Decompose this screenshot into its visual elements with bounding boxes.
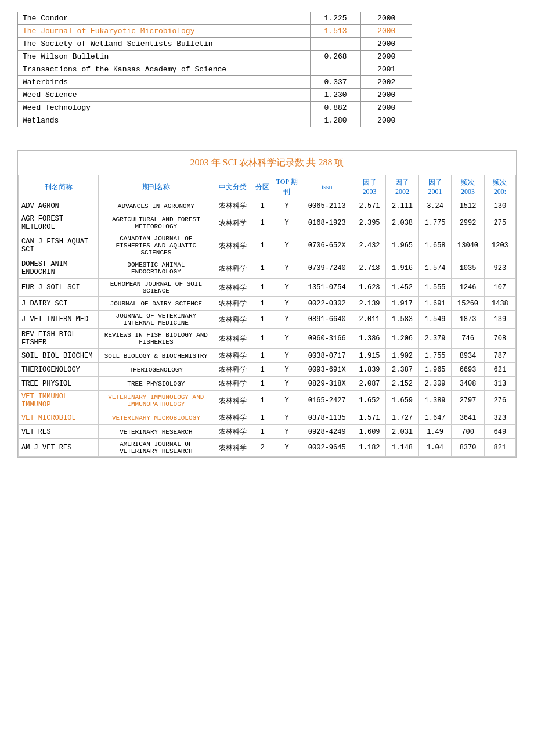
year: 2000 xyxy=(361,114,412,127)
cn-class: 农林科学 xyxy=(214,439,252,457)
freq-2002: 1438 xyxy=(484,297,515,311)
freq-2002: 821 xyxy=(484,439,515,457)
factor-2002: 1.583 xyxy=(386,311,419,329)
issn: 0022-0302 xyxy=(301,297,353,311)
header-zone: 分区 xyxy=(252,175,273,199)
header-full: 期刊名称 xyxy=(99,175,214,199)
table-row: CAN J FISH AQUAT SCICANADIAN JOURNAL OF … xyxy=(19,233,516,258)
cn-class: 农林科学 xyxy=(214,391,252,411)
table-row: DOMEST ANIM ENDOCRINDOMESTIC ANIMAL ENDO… xyxy=(19,258,516,279)
journal-full-name: SOIL BIOLOGY & BIOCHEMISTRY xyxy=(99,349,214,363)
freq-2003: 13040 xyxy=(452,233,485,258)
top-journal: Y xyxy=(273,349,301,363)
factor-2001: 1.49 xyxy=(418,425,452,439)
journal-full-name: AGRICULTURAL AND FOREST METEOROLOGY xyxy=(99,213,214,233)
factor-2003: 1.652 xyxy=(353,391,386,411)
table-row: ADV AGRONADVANCES IN AGRONOMY农林科学1Y0065-… xyxy=(19,199,516,213)
freq-2003: 1035 xyxy=(452,258,485,279)
issn: 0829-318X xyxy=(301,377,353,391)
journal-full-name: JOURNAL OF DAIRY SCIENCE xyxy=(99,297,214,311)
journal-full-name: ADVANCES IN AGRONOMY xyxy=(99,199,214,213)
issn: 0002-9645 xyxy=(301,439,353,457)
cn-class: 农林科学 xyxy=(214,279,252,297)
factor-2001: 1.389 xyxy=(418,391,452,411)
issn: 1351-0754 xyxy=(301,279,353,297)
top-journal: Y xyxy=(273,425,301,439)
cn-class: 农林科学 xyxy=(214,377,252,391)
journal-name: The Society of Wetland Scientists Bullet… xyxy=(18,38,311,51)
table-row: The Society of Wetland Scientists Bullet… xyxy=(18,38,412,51)
freq-2003: 1873 xyxy=(452,311,485,329)
factor-2002: 1.965 xyxy=(386,233,419,258)
factor-2001: 1.755 xyxy=(418,349,452,363)
journal-name: Weed Science xyxy=(18,89,311,102)
factor-2001: 1.775 xyxy=(418,213,452,233)
journal-abbr: J VET INTERN MED xyxy=(19,311,99,329)
table-row: AGR FOREST METEOROLAGRICULTURAL AND FORE… xyxy=(19,213,516,233)
header-abbr: 刊名简称 xyxy=(19,175,99,199)
year: 2002 xyxy=(361,76,412,89)
issn: 0739-7240 xyxy=(301,258,353,279)
year: 2000 xyxy=(361,38,412,51)
impact-factor: 1.280 xyxy=(310,114,361,127)
header-f2003: 因子2003 xyxy=(353,175,386,199)
factor-2003: 2.139 xyxy=(353,297,386,311)
journal-abbr: VET IMMUNOL IMMUNOP xyxy=(19,391,99,411)
impact-factor: 1.513 xyxy=(310,25,361,38)
year: 2000 xyxy=(361,12,412,25)
factor-2001: 1.04 xyxy=(418,439,452,457)
journal-abbr: SOIL BIOL BIOCHEM xyxy=(19,349,99,363)
zone: 1 xyxy=(252,258,273,279)
factor-2003: 1.839 xyxy=(353,363,386,377)
cn-class: 农林科学 xyxy=(214,258,252,279)
factor-2001: 1.574 xyxy=(418,258,452,279)
factor-2003: 1.915 xyxy=(353,349,386,363)
journal-abbr: REV FISH BIOL FISHER xyxy=(19,329,99,349)
issn: 0960-3166 xyxy=(301,329,353,349)
header-freq2002: 频次200: xyxy=(484,175,515,199)
freq-2002: 787 xyxy=(484,349,515,363)
factor-2001: 2.379 xyxy=(418,329,452,349)
journal-name: Waterbirds xyxy=(18,76,311,89)
journal-abbr: THERIOGENOLOGY xyxy=(19,363,99,377)
freq-2002: 323 xyxy=(484,411,515,425)
top-journal: Y xyxy=(273,377,301,391)
year: 2000 xyxy=(361,25,412,38)
freq-2003: 1246 xyxy=(452,279,485,297)
main-table: 刊名简称 期刊名称 中文分类 分区 TOP 期刊 issn 因子2003 因子2… xyxy=(18,175,516,457)
journal-name: The Journal of Eukaryotic Microbiology xyxy=(18,25,311,38)
section-title: 2003 年 SCI 农林科学记录数 共 288 项 xyxy=(18,157,516,169)
zone: 1 xyxy=(252,279,273,297)
freq-2002: 649 xyxy=(484,425,515,439)
top-journal: Y xyxy=(273,233,301,258)
top-table: The Condor1.2252000The Journal of Eukary… xyxy=(17,12,412,127)
factor-2003: 1.623 xyxy=(353,279,386,297)
factor-2003: 2.718 xyxy=(353,258,386,279)
zone: 1 xyxy=(252,391,273,411)
factor-2002: 2.031 xyxy=(386,425,419,439)
factor-2002: 2.111 xyxy=(386,199,419,213)
zone: 1 xyxy=(252,425,273,439)
journal-abbr: VET RES xyxy=(19,425,99,439)
freq-2002: 708 xyxy=(484,329,515,349)
header-freq2003: 频次2003 xyxy=(452,175,485,199)
issn: 0093-691X xyxy=(301,363,353,377)
year: 2001 xyxy=(361,63,412,76)
journal-abbr: EUR J SOIL SCI xyxy=(19,279,99,297)
freq-2003: 8934 xyxy=(452,349,485,363)
year: 2000 xyxy=(361,89,412,102)
table-row: Transactions of the Kansas Academy of Sc… xyxy=(18,63,412,76)
table-row: SOIL BIOL BIOCHEMSOIL BIOLOGY & BIOCHEMI… xyxy=(19,349,516,363)
factor-2002: 1.148 xyxy=(386,439,419,457)
issn: 0378-1135 xyxy=(301,411,353,425)
top-journal: Y xyxy=(273,297,301,311)
top-journal: Y xyxy=(273,363,301,377)
freq-2003: 3641 xyxy=(452,411,485,425)
freq-2003: 1512 xyxy=(452,199,485,213)
factor-2001: 1.691 xyxy=(418,297,452,311)
freq-2003: 746 xyxy=(452,329,485,349)
freq-2003: 2797 xyxy=(452,391,485,411)
zone: 1 xyxy=(252,311,273,329)
journal-abbr: CAN J FISH AQUAT SCI xyxy=(19,233,99,258)
impact-factor: 1.225 xyxy=(310,12,361,25)
